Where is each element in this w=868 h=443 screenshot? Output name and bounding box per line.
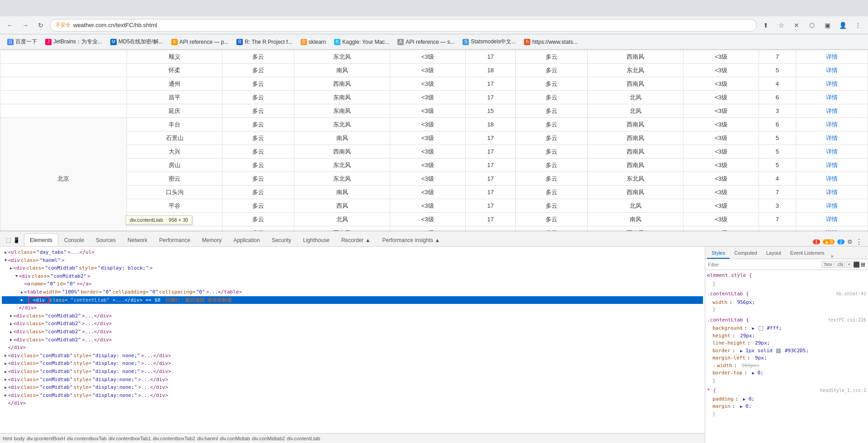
extensions-button[interactable]: ✕	[790, 19, 803, 32]
detail-link[interactable]: 详情	[826, 189, 838, 196]
detail-link[interactable]: 详情	[826, 107, 838, 114]
triangle-icon[interactable]: ▶	[10, 265, 12, 271]
triangle-icon[interactable]: ▶	[5, 352, 7, 359]
breadcrumb-contentLtab[interactable]: div.contentLtab	[287, 436, 320, 441]
detail-link[interactable]: 详情	[826, 175, 838, 182]
tab-sources[interactable]: Sources	[90, 233, 122, 246]
detail-link[interactable]: 详情	[826, 135, 838, 141]
detail-cell[interactable]: 详情	[796, 213, 868, 226]
reload-button[interactable]: ↻	[34, 19, 47, 32]
styles-tab-layout[interactable]: Layout	[762, 248, 786, 259]
html-line[interactable]: ▼ <div class= "hanml" >	[2, 256, 703, 265]
tab-console[interactable]: Console	[58, 233, 90, 246]
tab-performance[interactable]: Performance	[153, 233, 196, 246]
detail-link[interactable]: 详情	[826, 202, 838, 209]
bookmark-jetbrains[interactable]: J JetBrains：为专业...	[42, 36, 106, 48]
tab-application[interactable]: Application	[227, 233, 266, 246]
triangle-expand[interactable]: ▶	[743, 397, 745, 401]
html-line[interactable]: ▶ <div class= "conMidtab2" >...</div>	[2, 320, 703, 328]
triangle-icon[interactable]: ▶	[21, 297, 23, 303]
star-button[interactable]: ☆	[775, 19, 788, 32]
breadcrumb-contentboxTab2[interactable]: div.contentboxTab2	[153, 436, 195, 441]
bookmark-statsmodels[interactable]: S Statsmodels中文...	[459, 36, 519, 48]
detail-cell[interactable]: 详情	[796, 77, 868, 91]
triangle-expand[interactable]: ▶	[740, 404, 742, 409]
styles-more-button[interactable]: »	[829, 253, 835, 259]
back-button[interactable]: ←	[4, 19, 16, 32]
devtools-settings-button[interactable]: ⚙	[847, 238, 853, 245]
breadcrumb-contentboxTab[interactable]: div.contentboxTab	[67, 436, 107, 441]
breadcrumb-hanml[interactable]: div.hanml	[197, 436, 218, 441]
copy-icon[interactable]: ⬛	[853, 261, 860, 268]
html-line[interactable]: ▶ <div class= "conMidtab2" >...</div>	[2, 312, 703, 320]
detail-cell[interactable]: 详情	[796, 159, 868, 172]
bookmark-baidu[interactable]: 百 百度一下	[4, 36, 41, 48]
tab-elements[interactable]: Elements	[24, 233, 58, 246]
detail-link[interactable]: 详情	[826, 148, 838, 155]
layout-icon[interactable]: ⊞	[861, 261, 865, 268]
triangle-icon[interactable]: ▶	[5, 249, 7, 256]
triangle-expand[interactable]: ▶	[740, 349, 742, 353]
triangle-icon[interactable]: ▶	[5, 376, 7, 382]
triangle-icon[interactable]: ▶	[10, 336, 12, 343]
html-line[interactable]: ▶ <div class= "conMidtab" style= "displa…	[2, 383, 703, 392]
styles-filter-input[interactable]	[708, 262, 820, 267]
html-line[interactable]: ▶ <a name= "0" id= "0" ></a>	[2, 280, 703, 288]
breadcrumb-qcontentBoxH[interactable]: div.qcontentBoxH	[27, 436, 65, 441]
html-line[interactable]: ▶ </div>	[2, 304, 703, 312]
triangle-icon[interactable]: ▶	[21, 289, 23, 295]
breadcrumb-html[interactable]: html	[3, 436, 12, 441]
triangle-icon[interactable]: ▶	[10, 312, 12, 319]
bookmark-api-p[interactable]: A API reference — p...	[168, 36, 232, 48]
detail-cell[interactable]: 详情	[796, 172, 868, 186]
breadcrumb-contentboxTab1[interactable]: div.contentboxTab1	[108, 436, 151, 441]
devtools-tab-elements[interactable]: ⬚ 📱	[2, 233, 24, 246]
detail-cell[interactable]: 详情	[796, 50, 868, 64]
detail-cell[interactable]: 详情	[796, 104, 868, 118]
triangle-icon[interactable]: ▼	[5, 257, 7, 263]
html-line-selected[interactable]: ▶ <div class= "contentLtab" >...</div> =…	[2, 296, 703, 304]
triangle-icon[interactable]: ▶	[5, 360, 7, 367]
html-line[interactable]: ▶ </div>	[2, 399, 703, 407]
html-line[interactable]: ▶ <table width= "100%" border= "0" cellp…	[2, 288, 703, 296]
html-line[interactable]: ▶ <div class= "conMidtab2" >...</div>	[2, 328, 703, 336]
breadcrumb-conMidtab2[interactable]: div.conMidtab2	[252, 436, 285, 441]
detail-cell[interactable]: 详情	[796, 131, 868, 145]
detail-link[interactable]: 详情	[826, 162, 838, 168]
html-line[interactable]: ▶ <div class= "conMidtab" style= "displa…	[2, 359, 703, 368]
detail-link[interactable]: 详情	[826, 216, 838, 223]
html-line[interactable]: ▶ <div class= "conMidtab" style= "displa…	[2, 376, 703, 384]
html-line[interactable]: ▶ <div class= "conMidtab" style= "displa…	[2, 392, 703, 400]
breadcrumb-body[interactable]: body	[14, 436, 25, 441]
bookmark-kaggle[interactable]: K Kaggle: Your Mac...	[330, 36, 393, 48]
triangle-icon[interactable]: ▼	[15, 273, 18, 279]
detail-cell[interactable]: 详情	[796, 91, 868, 104]
triangle-icon[interactable]: ▶	[5, 384, 7, 391]
triangle-icon[interactable]: ▶	[10, 321, 12, 327]
styles-tab-event-listeners[interactable]: Event Listeners	[786, 248, 829, 259]
detail-cell[interactable]: 详情	[796, 64, 868, 77]
styles-source[interactable]: headStyle_1.css:1	[820, 387, 866, 394]
forward-button[interactable]: →	[19, 19, 32, 32]
profile-button[interactable]: 👤	[836, 19, 849, 32]
triangle-expand[interactable]: ▶	[752, 371, 754, 375]
detail-link[interactable]: 详情	[826, 121, 838, 128]
plus-button[interactable]: +	[846, 261, 852, 268]
styles-source[interactable]: textFC.css:226	[828, 317, 866, 323]
tab-network[interactable]: Network	[122, 233, 153, 246]
detail-cell[interactable]: 详情	[796, 199, 868, 213]
html-line[interactable]: ▶ </div>	[2, 344, 703, 352]
detail-link[interactable]: 详情	[826, 53, 838, 60]
share-button[interactable]: ⬆	[760, 19, 772, 32]
tab-lighthouse[interactable]: Lighthouse	[297, 233, 335, 246]
bookmark-stats[interactable]: h https://www.stats...	[520, 36, 581, 48]
html-line[interactable]: ▶ <div class= "conMidtab" style= "displa…	[2, 264, 703, 272]
styles-tab-computed[interactable]: Computed	[730, 248, 762, 259]
tab-memory[interactable]: Memory	[196, 233, 227, 246]
detail-cell[interactable]: 详情	[796, 145, 868, 159]
html-line[interactable]: ▶ <div class= "conMidtab2" >...</div>	[2, 336, 703, 344]
detail-link[interactable]: 详情	[826, 67, 838, 74]
cls-button[interactable]: .cls	[835, 261, 845, 268]
triangle-icon[interactable]: ▶	[5, 392, 7, 398]
styles-tab-styles[interactable]: Styles	[707, 248, 730, 259]
